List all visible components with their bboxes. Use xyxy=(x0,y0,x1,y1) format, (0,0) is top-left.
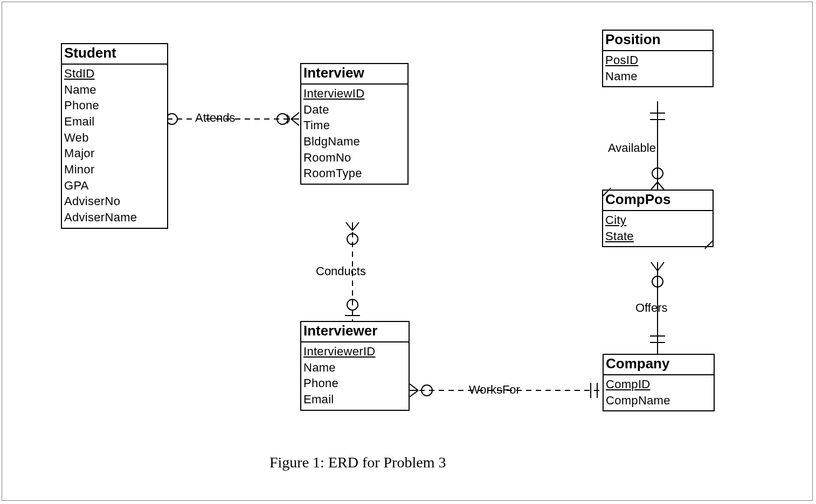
attr: State xyxy=(605,228,710,244)
entity-company-title: Company xyxy=(604,355,714,375)
entity-position-title: Position xyxy=(603,31,713,51)
entity-student: Student StdID Name Phone Email Web Major… xyxy=(61,43,168,229)
attr: Phone xyxy=(64,97,165,114)
rel-attends-label: Attends xyxy=(195,111,236,125)
attr: Phone xyxy=(303,375,406,391)
attr: Name xyxy=(303,360,406,376)
entity-comppos: CompPos City State xyxy=(602,190,714,247)
attr: AdviserName xyxy=(64,209,165,226)
attr: Email xyxy=(64,114,165,130)
attr: InterviewID xyxy=(303,86,405,102)
attr: AdviserNo xyxy=(64,193,165,209)
attr: CompName xyxy=(606,393,711,409)
attr: InterviewerID xyxy=(303,344,406,360)
attr: Major xyxy=(64,145,165,162)
entity-interview-title: Interview xyxy=(301,64,407,85)
entity-comppos-title: CompPos xyxy=(603,191,713,211)
rel-offers-label: Offers xyxy=(635,301,668,315)
attr: Date xyxy=(303,102,405,118)
attr: Minor xyxy=(64,162,165,178)
attr: RoomNo xyxy=(303,150,405,166)
attr: Email xyxy=(303,391,406,408)
attr: Name xyxy=(605,68,710,85)
entity-interviewer-body: InterviewerID Name Phone Email xyxy=(301,342,409,410)
entity-student-title: Student xyxy=(62,44,167,65)
attr: City xyxy=(605,212,710,228)
entity-position-body: PosID Name xyxy=(603,51,713,86)
attr: RoomType xyxy=(303,165,405,181)
attr: Name xyxy=(64,82,165,98)
entity-interview-body: InterviewID Date Time BldgName RoomNo Ro… xyxy=(301,85,407,184)
attr: PosID xyxy=(605,52,710,68)
entity-interview: Interview InterviewID Date Time BldgName… xyxy=(300,63,409,185)
entity-student-body: StdID Name Phone Email Web Major Minor G… xyxy=(62,65,167,228)
figure-caption: Figure 1: ERD for Problem 3 xyxy=(269,454,446,471)
attr: StdID xyxy=(64,66,165,82)
rel-worksfor-label: WorksFor xyxy=(469,383,520,397)
attr: GPA xyxy=(64,178,165,194)
attr: CompID xyxy=(606,376,711,393)
attr: Web xyxy=(64,130,165,146)
entity-interviewer-title: Interviewer xyxy=(301,322,409,342)
attr: BldgName xyxy=(303,134,405,150)
entity-company-body: CompID CompName xyxy=(604,375,714,410)
rel-available-label: Available xyxy=(608,141,656,155)
entity-position: Position PosID Name xyxy=(602,30,714,87)
entity-comppos-body: City State xyxy=(603,211,713,246)
attr: Time xyxy=(303,117,405,134)
entity-interviewer: Interviewer InterviewerID Name Phone Ema… xyxy=(300,321,410,411)
entity-company: Company CompID CompName xyxy=(603,354,715,411)
rel-conducts-label: Conducts xyxy=(316,264,366,278)
